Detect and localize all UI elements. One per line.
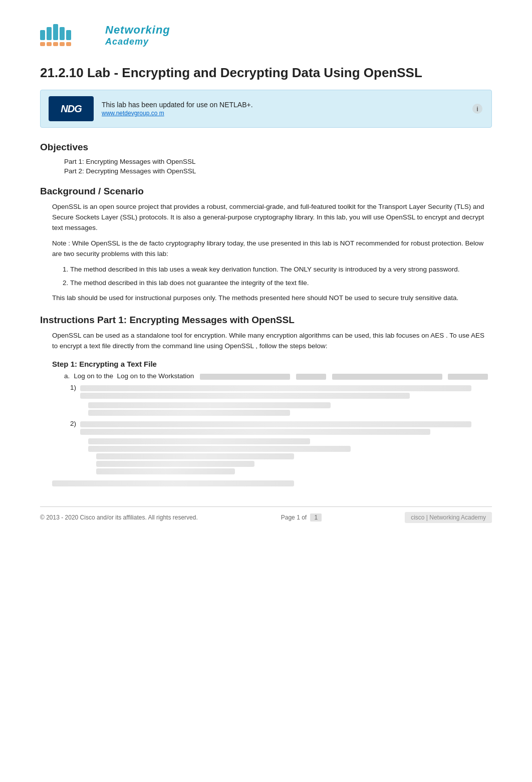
step1-item-b: 1) bbox=[70, 384, 492, 416]
netlab-text-block: This lab has been updated for use on NET… bbox=[102, 101, 463, 117]
step1-heading: Step 1: Encrypting a Text File bbox=[52, 360, 492, 368]
cisco-logo-graphic bbox=[40, 20, 100, 50]
netlab-url[interactable]: www.netdevgroup.co m bbox=[102, 110, 463, 117]
step-b-content bbox=[80, 384, 492, 400]
objectives-heading: Objectives bbox=[40, 142, 492, 153]
step-b-line1 bbox=[80, 385, 471, 391]
svg-text:i: i bbox=[476, 105, 478, 113]
step1-item-a: a. Log on to the Log on to the Workstati… bbox=[64, 372, 492, 380]
step-c-line1 bbox=[80, 421, 471, 427]
instructions-heading: Instructions Part 1: Encrypting Messages… bbox=[40, 315, 492, 326]
objectives-body: Part 1: Encrypting Messages with OpenSSL… bbox=[52, 158, 492, 175]
step-a-redacted-3 bbox=[332, 374, 442, 380]
footer-page-text: Page 1 of bbox=[281, 514, 307, 521]
netlab-logo: NDG bbox=[49, 96, 94, 121]
svg-rect-6 bbox=[47, 42, 52, 46]
svg-rect-0 bbox=[40, 30, 45, 40]
background-note: Note : While OpenSSL is the de facto cry… bbox=[52, 238, 492, 259]
netlab-logo-text: NDG bbox=[61, 103, 81, 115]
footer-center: Page 1 of 1 bbox=[281, 514, 322, 521]
final-blurred-line bbox=[52, 480, 492, 486]
step-b-sub1-line1 bbox=[88, 402, 331, 408]
instructions-body: OpenSSL can be used as a standalone tool… bbox=[52, 331, 492, 486]
step-a-redacted-1 bbox=[200, 374, 290, 380]
step-b-line2 bbox=[80, 393, 410, 399]
footer-page-number: 1 bbox=[310, 513, 322, 522]
svg-rect-5 bbox=[40, 42, 45, 46]
step1-item-c: 2) bbox=[70, 420, 492, 474]
step-c-sub1-line2 bbox=[88, 446, 351, 452]
logo-text: Networking Academy bbox=[105, 24, 170, 47]
netlab-main-text: This lab has been updated for use on NET… bbox=[102, 101, 463, 109]
step-a-text: Log on to the Log on to the Workstation bbox=[74, 372, 488, 380]
step-c-sub1 bbox=[88, 438, 492, 474]
svg-rect-4 bbox=[66, 30, 71, 40]
instructions-section: Instructions Part 1: Encrypting Messages… bbox=[40, 315, 492, 486]
step-c-sub1-line1 bbox=[88, 438, 310, 444]
objectives-list: Part 1: Encrypting Messages with OpenSSL… bbox=[64, 158, 492, 175]
logo-line1: Networking bbox=[105, 24, 170, 37]
background-body: OpenSSL is an open source project that p… bbox=[52, 202, 492, 304]
step1-item-a-label: a. Log on to the Log on to the Workstati… bbox=[64, 372, 492, 380]
background-heading: Background / Scenario bbox=[40, 186, 492, 197]
svg-rect-8 bbox=[60, 42, 65, 46]
step-c-label: 2) bbox=[70, 420, 492, 436]
footer-left: © 2013 - 2020 Cisco and/or its affiliate… bbox=[40, 514, 198, 521]
netlab-info-icon: i bbox=[471, 103, 483, 115]
step-c-sub1-nested bbox=[96, 453, 492, 474]
footer-bar: © 2013 - 2020 Cisco and/or its affiliate… bbox=[40, 506, 492, 523]
svg-rect-7 bbox=[53, 42, 58, 46]
step-b-sub1-line2 bbox=[88, 410, 290, 416]
background-list-item-2: The method described in this lab does no… bbox=[70, 278, 492, 289]
logo-line2: Academy bbox=[105, 37, 170, 47]
step-b-sub1 bbox=[88, 402, 492, 416]
step-a-marker: a. bbox=[64, 372, 70, 380]
background-numbered-list: The method described in this lab uses a … bbox=[70, 265, 492, 289]
step-c-nested-2 bbox=[96, 461, 254, 467]
final-line-content bbox=[52, 480, 294, 486]
objective-item-1: Part 1: Encrypting Messages with OpenSSL bbox=[64, 158, 492, 165]
step-a-redacted-4 bbox=[448, 374, 488, 380]
header-logo: Networking Academy bbox=[40, 20, 492, 50]
step-b-marker: 1) bbox=[70, 384, 76, 400]
step-c-nested-1 bbox=[96, 453, 294, 459]
step-a-redacted-2 bbox=[296, 374, 326, 380]
svg-rect-9 bbox=[66, 42, 71, 46]
footer-right: cisco | Networking Academy bbox=[405, 512, 492, 523]
svg-rect-1 bbox=[47, 27, 52, 40]
step-c-marker: 2) bbox=[70, 420, 76, 436]
workstation-label: Log on to the Workstation bbox=[117, 372, 194, 380]
instructions-para1: OpenSSL can be used as a standalone tool… bbox=[52, 331, 492, 352]
background-list-item-1: The method described in this lab uses a … bbox=[70, 265, 492, 275]
step-c-nested-3 bbox=[96, 468, 235, 474]
step-c-content bbox=[80, 420, 492, 436]
step-b-label: 1) bbox=[70, 384, 492, 400]
step-c-line2 bbox=[80, 429, 430, 435]
svg-rect-3 bbox=[60, 27, 65, 40]
svg-rect-2 bbox=[53, 24, 58, 40]
background-para1: OpenSSL is an open source project that p… bbox=[52, 202, 492, 233]
objective-item-2: Part 2: Decrypting Messages with OpenSSL bbox=[64, 167, 492, 175]
background-para3: This lab should be used for instructiona… bbox=[52, 293, 492, 304]
page-title: 21.2.10 Lab - Encrypting and Decrypting … bbox=[40, 65, 492, 81]
netlab-banner: NDG This lab has been updated for use on… bbox=[40, 90, 492, 128]
